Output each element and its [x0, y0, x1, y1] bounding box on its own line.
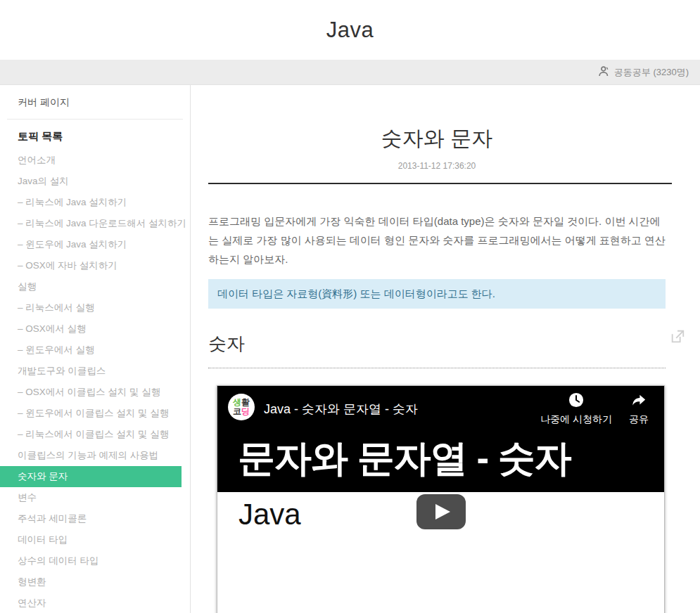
sidebar-item[interactable]: – OSX에서 실행 — [0, 318, 190, 340]
video-title-link[interactable]: Java - 숫자와 문자열 - 숫자 — [264, 401, 418, 418]
sidebar-item-active[interactable]: 숫자와 문자 — [0, 466, 182, 487]
main-content: 숫자와 문자 2013-11-12 17:36:20 프로그래밍 입문자에게 가… — [191, 85, 700, 613]
sidebar-item[interactable]: – 리눅스에 Java 설치하기 — [0, 192, 190, 213]
sidebar-item[interactable]: – 윈도우에서 실행 — [0, 340, 190, 361]
watch-later-label: 나중에 시청하기 — [540, 413, 612, 426]
avatar-text: 생 — [233, 397, 241, 407]
channel-avatar[interactable]: 생활 코딩 — [228, 394, 255, 420]
external-link-icon[interactable] — [670, 329, 685, 347]
content-layout: 커버 페이지 토픽 목록 언어소개 Java의 설치 – 리눅스에 Java 설… — [0, 85, 700, 613]
article-date: 2013-11-12 17:36:20 — [208, 161, 666, 171]
sidebar-item[interactable]: 데이터 타입 — [0, 529, 190, 550]
sidebar-item[interactable]: 언어소개 — [0, 150, 190, 171]
person-icon — [598, 65, 610, 79]
article-intro: 프로그래밍 입문자에게 가장 익숙한 데이터 타입(data type)은 숫자… — [208, 212, 666, 269]
article-title: 숫자와 문자 — [208, 124, 666, 153]
sidebar-item[interactable]: Java의 설치 — [0, 171, 190, 192]
share-label: 공유 — [629, 413, 649, 426]
play-button[interactable] — [416, 494, 466, 532]
thumbnail-subtitle: Java — [238, 498, 301, 531]
sidebar-item[interactable]: 변수 — [0, 487, 190, 508]
video-thumbnail-bottom: Java — [217, 492, 664, 613]
sidebar-item[interactable]: – OSX에서 이클립스 설치 및 실행 — [0, 382, 190, 403]
site-header: Java — [0, 0, 700, 60]
video-controls: 나중에 시청하기 공유 — [540, 392, 649, 426]
sidebar-item[interactable]: 실행 — [0, 276, 190, 297]
sidebar-item[interactable]: – 리눅스에서 실행 — [0, 297, 190, 318]
sidebar-item[interactable]: 형변환 — [0, 572, 190, 593]
sidebar-cover-page[interactable]: 커버 페이지 — [0, 85, 190, 119]
sidebar-item[interactable]: – 윈도우에서 이클립스 설치 및 실행 — [0, 403, 190, 424]
topbar: 공동공부 (3230명) — [0, 60, 700, 85]
sidebar-item[interactable]: 연산자 — [0, 593, 190, 613]
sidebar-item[interactable]: 이클립스의 기능과 예제의 사용법 — [0, 445, 190, 466]
sidebar-topics-heading: 토픽 목록 — [0, 120, 190, 150]
video-thumbnail-top: 생활 코딩 Java - 숫자와 문자열 - 숫자 나중에 시청하기 — [217, 386, 664, 492]
share-icon — [630, 392, 647, 410]
sidebar-item[interactable]: 상수의 데이터 타입 — [0, 550, 190, 572]
section-heading-number: 숫자 — [208, 332, 666, 368]
title-rule — [208, 183, 672, 184]
clock-icon — [568, 392, 584, 410]
sidebar-item[interactable]: – OSX에 자바 설치하기 — [0, 255, 190, 276]
sidebar-item[interactable]: 개발도구와 이클립스 — [0, 361, 190, 382]
co-study-link[interactable]: 공동공부 (3230명) — [598, 65, 689, 79]
sidebar-item[interactable]: – 윈도우에 Java 설치하기 — [0, 234, 190, 255]
thumbnail-headline: 문자와 문자열 - 숫자 — [238, 434, 571, 484]
sidebar: 커버 페이지 토픽 목록 언어소개 Java의 설치 – 리눅스에 Java 설… — [0, 85, 191, 613]
sidebar-item[interactable]: 주석과 세미콜론 — [0, 508, 190, 529]
watch-later-button[interactable]: 나중에 시청하기 — [540, 392, 612, 426]
youtube-player[interactable]: 생활 코딩 Java - 숫자와 문자열 - 숫자 나중에 시청하기 — [217, 385, 665, 613]
co-study-label: 공동공부 (3230명) — [614, 66, 689, 79]
sidebar-item[interactable]: – 리눅스에서 이클립스 설치 및 실행 — [0, 424, 190, 445]
share-button[interactable]: 공유 — [629, 392, 649, 426]
note-box: 데이터 타입은 자료형(資料形) 또는 데이터형이라고도 한다. — [208, 279, 666, 309]
site-title: Java — [326, 18, 374, 43]
sidebar-item[interactable]: – 리눅스에 Java 다운로드해서 설치하기 — [0, 213, 190, 234]
